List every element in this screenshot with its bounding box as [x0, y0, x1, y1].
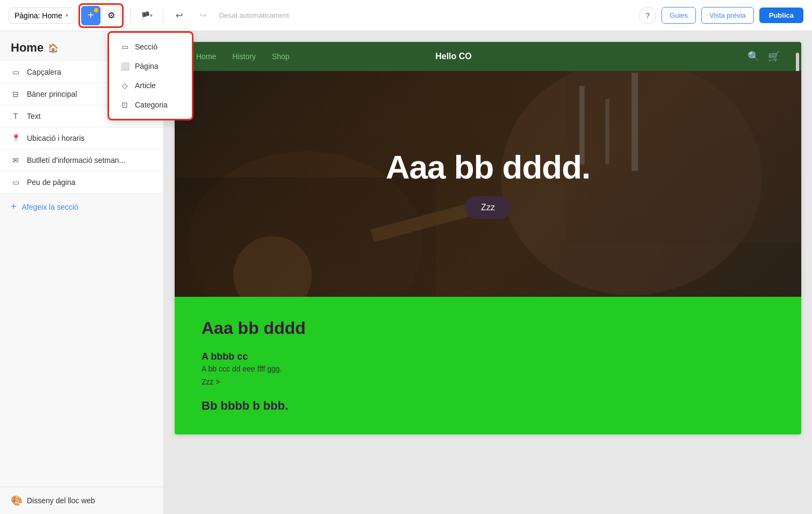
peu-label: Peu de pàgina — [27, 178, 75, 187]
green-desc: A bb ccc dd eee ffff ggg. — [202, 365, 774, 373]
svg-rect-4 — [566, 71, 801, 242]
add-gear-wrap: + ⚙ — [78, 3, 124, 28]
site-preview: Home History Shop Hello CO 🔍 🛒 — [175, 42, 801, 434]
plus-icon: + — [88, 9, 94, 22]
site-nav: Home History Shop Hello CO 🔍 🛒 — [175, 42, 801, 71]
gear-icon: ⚙ — [107, 10, 115, 20]
undo-icon: ↩ — [176, 10, 183, 20]
canvas-area[interactable]: Home History Shop Hello CO 🔍 🛒 — [164, 31, 812, 514]
add-section-label: Afegeix la secció — [22, 203, 78, 211]
add-section-button[interactable]: + Afegeix la secció — [0, 194, 163, 220]
location-icon: 📍 — [11, 134, 20, 142]
toolbar-right: ? Guies Vista prèvia Publica — [639, 7, 803, 24]
hero-content: Aaa bb dddd. Zzz — [386, 149, 591, 219]
green-link[interactable]: Zzz > — [202, 377, 774, 386]
divider-1 — [130, 8, 131, 23]
flag-button[interactable]: 🏴 ▾ — [137, 6, 156, 25]
home-icon: 🏠 — [48, 43, 59, 53]
page-selector[interactable]: Pàgina: Home ▾ — [9, 8, 74, 24]
section-icon: ▭ — [120, 42, 130, 51]
flag-icon: 🏴 — [141, 11, 150, 20]
green-next-title: Bb bbbb b bbb. — [202, 399, 774, 413]
redo-button[interactable]: ↪ — [193, 6, 213, 25]
sidebar-title: Home — [11, 41, 44, 55]
page-selector-label: Pàgina: Home — [15, 11, 62, 20]
nav-link-history[interactable]: History — [232, 52, 256, 61]
add-section-plus-icon: + — [11, 201, 17, 212]
toolbar: Pàgina: Home ▾ + ⚙ 🏴 ▾ ↩ ↪ Desat automàt… — [0, 0, 812, 31]
nav-icons: 🔍 🛒 — [748, 51, 780, 62]
design-label: Disseny del lloc web — [27, 496, 95, 505]
flag-chevron-icon: ▾ — [150, 12, 153, 18]
baner-label: Bàner principal — [27, 90, 77, 98]
help-icon: ? — [645, 11, 650, 20]
guies-button[interactable]: Guies — [662, 7, 696, 24]
green-subtitle: A bbbb cc — [202, 351, 774, 362]
divider-2 — [163, 8, 163, 23]
add-button[interactable]: + — [81, 6, 100, 25]
publish-button[interactable]: Publica — [759, 8, 803, 23]
nav-link-shop[interactable]: Shop — [272, 52, 290, 61]
svg-rect-6 — [606, 99, 609, 164]
footer-icon: ▭ — [11, 178, 20, 187]
baner-icon: ⊟ — [11, 90, 20, 98]
redo-icon: ↪ — [199, 10, 206, 20]
butlleti-label: Butlletí d'informació setman... — [27, 156, 125, 165]
capcalera-label: Capçalera — [27, 68, 61, 76]
dropdown-item-categoria[interactable]: ⊡ Categoria — [109, 95, 192, 115]
sidebar-item-butlleti[interactable]: ✉ Butlletí d'informació setman... — [0, 149, 163, 172]
green-section-title: Aaa bb dddd — [202, 318, 774, 338]
text-icon: T — [11, 112, 20, 120]
add-dropdown: ▭ Secció ⬜ Pàgina ◇ Article ⊡ Categoria — [107, 31, 193, 120]
article-icon: ◇ — [120, 81, 130, 90]
dropdown-article-label: Article — [135, 81, 156, 90]
capcalera-icon: ▭ — [11, 68, 20, 76]
page-icon: ⬜ — [120, 62, 130, 70]
dropdown-item-pagina[interactable]: ⬜ Pàgina — [109, 56, 192, 76]
design-site-button[interactable]: 🎨 Disseny del lloc web — [0, 487, 163, 514]
hero-title: Aaa bb dddd. — [386, 149, 591, 185]
autosave-label: Desat automàticament — [219, 11, 289, 19]
sidebar-item-peu[interactable]: ▭ Peu de pàgina — [0, 172, 163, 194]
hero-banner: Aaa bb dddd. Zzz — [175, 71, 801, 297]
design-icon: 🎨 — [11, 495, 23, 506]
cart-icon-button[interactable]: 🛒 — [768, 51, 780, 62]
hero-cta-button[interactable]: Zzz — [465, 196, 511, 219]
dropdown-item-article[interactable]: ◇ Article — [109, 76, 192, 95]
dropdown-seccio-label: Secció — [135, 42, 157, 51]
gear-button[interactable]: ⚙ — [102, 6, 121, 25]
categoria-icon: ⊡ — [120, 101, 130, 109]
toolbar-left: Pàgina: Home ▾ + ⚙ 🏴 ▾ ↩ ↪ Desat automàt… — [9, 3, 289, 28]
search-icon-button[interactable]: 🔍 — [748, 51, 759, 62]
help-button[interactable]: ? — [639, 7, 656, 24]
nav-link-home[interactable]: Home — [196, 52, 216, 61]
dropdown-pagina-label: Pàgina — [135, 62, 159, 70]
nav-brand: Hello CO — [435, 52, 472, 61]
green-section: Aaa bb dddd A bbbb cc A bb ccc dd eee ff… — [175, 297, 801, 434]
chevron-down-icon: ▾ — [66, 12, 68, 18]
text-label: Text — [27, 112, 41, 120]
dropdown-item-seccio[interactable]: ▭ Secció — [109, 37, 192, 56]
preview-button[interactable]: Vista prèvia — [701, 7, 754, 24]
sidebar-item-ubicacio[interactable]: 📍 Ubicació i horaris — [0, 127, 163, 149]
ubicacio-label: Ubicació i horaris — [27, 134, 84, 142]
svg-rect-7 — [631, 73, 638, 171]
email-icon: ✉ — [11, 156, 20, 165]
dropdown-categoria-label: Categoria — [135, 101, 168, 109]
undo-button[interactable]: ↩ — [170, 6, 189, 25]
